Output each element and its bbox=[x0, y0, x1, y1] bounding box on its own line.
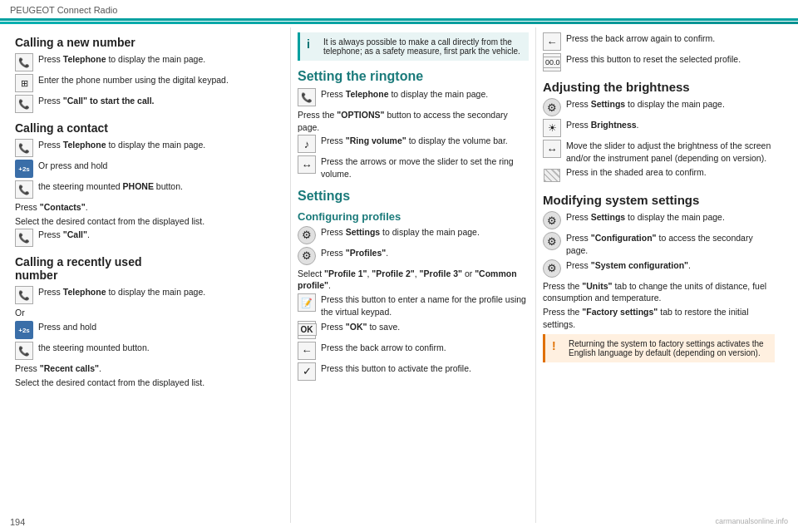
row-plus2s-recent: +2s Press and hold bbox=[15, 321, 283, 339]
section-brightness: Adjusting the brightness ⚙ Press Setting… bbox=[543, 80, 775, 185]
arrow-left-icon bbox=[302, 344, 313, 357]
warning-box: ! Returning the system to factory settin… bbox=[543, 334, 775, 362]
phone-icon-rt bbox=[298, 88, 316, 106]
row-steering-recent: the steering mounted button. bbox=[15, 342, 283, 360]
gear-icon-box-4: ⚙ bbox=[543, 211, 561, 229]
row-plus2s-contact: +2s Or press and hold bbox=[15, 160, 283, 178]
info-box: i It is always possible to make a call d… bbox=[298, 32, 529, 61]
arrow-left-icon-2 bbox=[547, 36, 558, 48]
right-column: Press the back arrow again to confirm. 0… bbox=[536, 27, 781, 523]
heading-calling-recent: Calling a recently usednumber bbox=[15, 255, 283, 282]
row-ok-save: OK Press "OK" to save. bbox=[298, 321, 529, 339]
row-settings-system: ⚙ Press Settings to display the main pag… bbox=[543, 211, 775, 229]
text-press-hold-recent: Press and hold bbox=[38, 321, 283, 333]
check-icon-box bbox=[298, 362, 316, 381]
row-settings-brightness: ⚙ Press Settings to display the main pag… bbox=[543, 98, 775, 116]
text-back-again: Press the back arrow again to confirm. bbox=[566, 32, 775, 45]
text-activate-profile: Press this button to activate the profil… bbox=[321, 362, 529, 375]
main-content: Calling a new number Press Telephone to … bbox=[0, 21, 798, 526]
text-select-contact: Select the desired contact from the disp… bbox=[15, 215, 283, 228]
arrow-lr-icon-2 bbox=[547, 143, 558, 155]
phone-icon-glyph-7 bbox=[18, 345, 30, 357]
text-press-contacts: Press "Contacts". bbox=[15, 201, 283, 214]
phone-icon-glyph-2 bbox=[18, 98, 30, 110]
text-phone-button: the steering mounted PHONE button. bbox=[38, 180, 283, 193]
info-icon: i bbox=[307, 37, 318, 51]
plus2s-icon-2: +2s bbox=[15, 321, 33, 339]
heading-system-settings: Modifying system settings bbox=[543, 193, 775, 207]
section-ringtone: Setting the ringtone Press Telephone to … bbox=[298, 69, 529, 180]
arrow-lr-icon-box bbox=[298, 155, 316, 174]
text-arrows-volume: Press the arrows or move the slider to s… bbox=[321, 155, 529, 180]
row-settings-profiles: ⚙ Press Settings to display the main pag… bbox=[298, 226, 529, 244]
text-profile-name: Press this button to enter a name for th… bbox=[321, 293, 529, 318]
note-icon bbox=[301, 297, 313, 308]
page-number: 194 bbox=[10, 517, 25, 527]
heading-settings: Settings bbox=[298, 189, 529, 204]
heading-calling-contact: Calling a contact bbox=[15, 121, 283, 135]
section-system-settings: Modifying system settings ⚙ Press Settin… bbox=[543, 193, 775, 362]
phone-icon-glyph-3 bbox=[18, 142, 30, 154]
shaded-icon-box bbox=[543, 166, 561, 185]
text-shaded-confirm: Press in the shaded area to confirm. bbox=[566, 166, 775, 179]
heading-profiles: Configuring profiles bbox=[298, 210, 529, 223]
row-system-config: ⚙ Press "System configuration". bbox=[543, 259, 775, 278]
text-telephone-contact: Press Telephone to display the main page… bbox=[38, 139, 283, 151]
text-recent-calls: Press "Recent calls". bbox=[15, 362, 283, 375]
phone-icon-1 bbox=[15, 53, 33, 71]
text-or-press: Or press and hold bbox=[38, 160, 283, 172]
gear-icon-6: ⚙ bbox=[547, 262, 557, 274]
text-select-recent: Select the desired contact from the disp… bbox=[15, 377, 283, 389]
phone-icon-3 bbox=[15, 139, 33, 157]
text-telephone-recent: Press Telephone to display the main page… bbox=[38, 286, 283, 298]
text-steering-recent: the steering mounted button. bbox=[38, 342, 283, 354]
text-back-arrow-confirm: Press the back arrow to confirm. bbox=[321, 342, 529, 354]
section-calling-recent: Calling a recently usednumber Press Tele… bbox=[15, 255, 283, 388]
row-brightness: Press Brightness. bbox=[543, 119, 775, 137]
arrow-lr-icon bbox=[302, 159, 313, 171]
text-options-button: Press the "OPTIONS" button to access the… bbox=[298, 109, 529, 133]
text-press-telephone-new: Press Telephone to display the main page… bbox=[38, 53, 283, 66]
row-telephone-ringtone: Press Telephone to display the main page… bbox=[298, 88, 529, 106]
music-icon bbox=[304, 138, 310, 150]
text-press-profiles: Press "Profiles". bbox=[321, 247, 529, 259]
shaded-icon bbox=[544, 169, 560, 182]
text-units-tab: Press the "Units" tab to change the unit… bbox=[543, 280, 775, 304]
text-slider-brightness: Move the slider to adjust the brightness… bbox=[566, 140, 775, 164]
gear-icon-box-2: ⚙ bbox=[298, 247, 316, 265]
header-title: PEUGEOT Connect Radio bbox=[10, 5, 117, 15]
row-keypad: ⊞ Enter the phone number using the digit… bbox=[15, 74, 283, 92]
row-back-again: Press the back arrow again to confirm. bbox=[543, 32, 775, 51]
gear-icon-box-1: ⚙ bbox=[298, 226, 316, 244]
phone-icon-7 bbox=[15, 342, 33, 360]
text-ok-save: Press "OK" to save. bbox=[321, 321, 529, 333]
phone-icon-glyph-1 bbox=[18, 57, 30, 68]
music-icon-box bbox=[298, 135, 316, 153]
right-top-rows: Press the back arrow again to confirm. 0… bbox=[543, 32, 775, 71]
check-icon bbox=[303, 365, 312, 377]
header-bar bbox=[0, 22, 798, 24]
text-brightness: Press Brightness. bbox=[566, 119, 775, 131]
section-calling-new-number: Calling a new number Press Telephone to … bbox=[15, 36, 283, 113]
phone-icon-glyph-5 bbox=[18, 232, 30, 244]
row-press-call: Press "Call" to start the call. bbox=[15, 95, 283, 113]
row-slider-brightness: Move the slider to adjust the brightness… bbox=[543, 140, 775, 164]
gear-icon-4: ⚙ bbox=[547, 214, 557, 227]
ok-icon: OK bbox=[298, 323, 317, 336]
arrow-lr-icon-box-2 bbox=[543, 140, 561, 158]
gear-icon-1: ⚙ bbox=[302, 229, 312, 241]
phone-icon-6 bbox=[15, 286, 33, 304]
warning-text: Returning the system to factory settings… bbox=[569, 339, 768, 357]
warning-icon: ! bbox=[552, 339, 564, 352]
note-icon-box bbox=[298, 293, 316, 312]
text-settings-profiles: Press Settings to display the main page. bbox=[321, 226, 529, 239]
mid-column: i It is always possible to make a call d… bbox=[291, 27, 536, 523]
text-press-call: Press "Call" to start the call. bbox=[38, 95, 283, 107]
row-ring-volume: Press "Ring volume" to display the volum… bbox=[298, 135, 529, 153]
row-reset-profile: 00.0 Press this button to reset the sele… bbox=[543, 53, 775, 71]
text-telephone-ringtone: Press Telephone to display the main page… bbox=[321, 88, 529, 101]
phone-icon-glyph-rt bbox=[301, 91, 313, 103]
text-ring-volume: Press "Ring volume" to display the volum… bbox=[321, 135, 529, 147]
arrow-left-icon-box-2 bbox=[543, 32, 561, 51]
text-keypad: Enter the phone number using the digital… bbox=[38, 74, 283, 86]
